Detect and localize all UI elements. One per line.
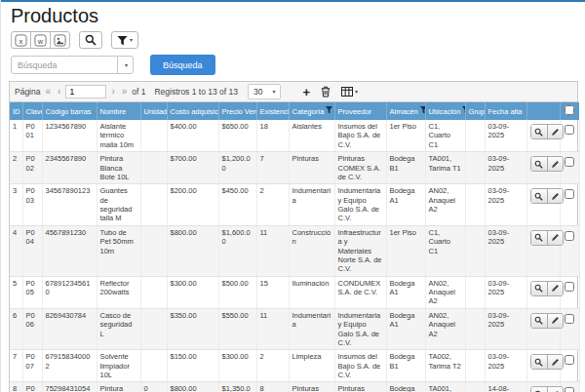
column-chooser-button[interactable]: ▾ bbox=[337, 87, 362, 97]
cell-costo: $400.00 bbox=[167, 120, 218, 152]
column-header[interactable]: Existencia bbox=[256, 102, 289, 120]
magnifier-icon bbox=[534, 233, 543, 242]
last-page-button[interactable]: » bbox=[120, 87, 130, 97]
column-header[interactable]: Categoría bbox=[289, 102, 334, 120]
cell-actions bbox=[526, 308, 560, 350]
row-checkbox[interactable] bbox=[565, 355, 574, 365]
row-checkbox[interactable] bbox=[565, 189, 574, 199]
column-header[interactable]: Ubicación bbox=[425, 102, 465, 120]
cell-grupo bbox=[465, 308, 485, 350]
delete-record-button[interactable] bbox=[317, 86, 334, 98]
column-filter-button[interactable] bbox=[420, 106, 425, 116]
column-header[interactable]: Fecha alta bbox=[485, 102, 526, 120]
edit-row-button[interactable] bbox=[547, 355, 563, 369]
select-all-column-header bbox=[560, 102, 579, 120]
table-row[interactable]: 8P00875298431054Pintura Negra Bote 10L0$… bbox=[10, 382, 579, 392]
view-row-button[interactable] bbox=[531, 189, 547, 203]
column-header[interactable]: ID bbox=[10, 102, 22, 120]
cell-ubicacion: TA001, Tarima T1 bbox=[425, 382, 465, 392]
row-checkbox[interactable] bbox=[565, 314, 574, 324]
add-record-button[interactable]: + bbox=[298, 86, 314, 98]
edit-row-button[interactable] bbox=[547, 282, 563, 295]
search-input[interactable] bbox=[11, 56, 118, 74]
cell-fecha: 03-09-2025 bbox=[485, 350, 526, 382]
column-header[interactable]: Unidad bbox=[140, 102, 167, 120]
view-row-button[interactable] bbox=[531, 387, 547, 392]
search-button[interactable]: Búsqueda bbox=[150, 55, 215, 75]
word-export-icon[interactable]: w bbox=[30, 31, 51, 49]
cell-almacen: Bodega A1 bbox=[386, 308, 425, 350]
cell-grupo bbox=[465, 225, 485, 276]
pdf-export-icon[interactable] bbox=[50, 31, 70, 49]
magnifier-icon bbox=[534, 358, 543, 367]
view-row-button[interactable] bbox=[531, 282, 547, 295]
row-checkbox[interactable] bbox=[565, 387, 574, 392]
column-header[interactable]: Código barras bbox=[42, 102, 97, 120]
view-row-button[interactable] bbox=[531, 157, 547, 171]
column-header[interactable]: Costo adquisición bbox=[167, 102, 218, 120]
filter-icon bbox=[420, 106, 425, 114]
column-header[interactable]: Proveedor bbox=[334, 102, 386, 120]
row-checkbox[interactable] bbox=[565, 125, 574, 135]
pencil-icon bbox=[551, 284, 560, 293]
view-row-button[interactable] bbox=[531, 125, 547, 138]
view-row-button[interactable] bbox=[531, 231, 547, 245]
select-all-checkbox[interactable] bbox=[565, 105, 574, 115]
next-page-button[interactable]: › bbox=[109, 87, 116, 97]
cell-grupo bbox=[465, 276, 485, 308]
cell-almacen: 1er Piso bbox=[386, 225, 425, 276]
view-row-button[interactable] bbox=[531, 355, 547, 369]
table-header-row: IDClaveCódigo barrasNombreUnidadCosto ad… bbox=[10, 102, 579, 120]
excel-export-icon[interactable]: x bbox=[11, 31, 31, 49]
filter-icon[interactable]: ▾ bbox=[111, 31, 138, 49]
cell-id: 7 bbox=[10, 350, 22, 382]
search-field-dropdown[interactable]: ▾ bbox=[117, 56, 134, 74]
table-row[interactable]: 1P0011234567890Aislante térmico malla 10… bbox=[10, 120, 579, 152]
page-number-input[interactable] bbox=[65, 85, 106, 98]
edit-row-button[interactable] bbox=[547, 125, 563, 138]
cell-grupo bbox=[465, 152, 485, 184]
cell-clave: P003 bbox=[22, 184, 42, 226]
page-size-select[interactable]: 30 ▾ bbox=[248, 84, 281, 99]
prev-page-button[interactable]: ‹ bbox=[56, 87, 62, 97]
pencil-icon bbox=[551, 192, 560, 201]
first-page-button[interactable]: « bbox=[43, 87, 53, 97]
column-header[interactable]: Nombre bbox=[97, 102, 140, 120]
table-row[interactable]: 3P00334567890123Guantes de seguridad tal… bbox=[10, 184, 579, 226]
cell-precio: $650.00 bbox=[218, 120, 256, 152]
edit-row-button[interactable] bbox=[547, 189, 563, 203]
column-header-label: Ubicación bbox=[429, 107, 461, 116]
table-row[interactable]: 2P0022345567890Pintura Blanca Bote 10L$7… bbox=[10, 152, 579, 184]
table-row[interactable]: 7P007679158340002Solvente limpiador 10L$… bbox=[10, 350, 579, 382]
cell-ubicacion: AN02, Anaquel A2 bbox=[425, 308, 465, 350]
edit-row-button[interactable] bbox=[547, 387, 563, 392]
cell-existencia: 11 bbox=[256, 225, 289, 276]
view-row-button[interactable] bbox=[531, 314, 547, 328]
table-row[interactable]: 6P0068269430784Casco de seguridad L$350.… bbox=[10, 308, 579, 350]
column-header[interactable]: Precio Venta bbox=[218, 102, 256, 120]
cell-existencia: 11 bbox=[256, 308, 289, 350]
row-checkbox[interactable] bbox=[565, 157, 574, 167]
cell-clave: P002 bbox=[22, 152, 42, 184]
cell-actions bbox=[526, 382, 560, 392]
edit-row-button[interactable] bbox=[547, 314, 563, 328]
cell-nombre: Casco de seguridad L bbox=[97, 308, 140, 350]
cell-categoria: Indumentaria bbox=[289, 184, 334, 226]
row-checkbox[interactable] bbox=[565, 231, 574, 241]
table-row[interactable]: 4P0044567891230Tubo de Pet 50mm 10m$800.… bbox=[10, 225, 579, 276]
table-body: 1P0011234567890Aislante térmico malla 10… bbox=[10, 120, 579, 392]
cell-actions bbox=[526, 350, 560, 382]
column-filter-button[interactable] bbox=[326, 106, 332, 116]
column-header[interactable]: Almacén bbox=[386, 102, 425, 120]
cell-precio: $550.00 bbox=[218, 308, 256, 350]
edit-row-button[interactable] bbox=[547, 157, 563, 171]
column-header[interactable]: Grupo bbox=[465, 102, 485, 120]
magnifier-icon bbox=[534, 160, 543, 169]
table-row[interactable]: 5P005678912345610Reflector 200watts$300.… bbox=[10, 276, 579, 308]
edit-row-button[interactable] bbox=[547, 231, 563, 245]
column-header[interactable]: Clave bbox=[22, 102, 42, 120]
row-checkbox[interactable] bbox=[565, 282, 574, 292]
search-icon[interactable] bbox=[79, 31, 102, 49]
cell-almacen: 1er Piso bbox=[386, 120, 425, 152]
cell-unidad bbox=[140, 120, 167, 152]
